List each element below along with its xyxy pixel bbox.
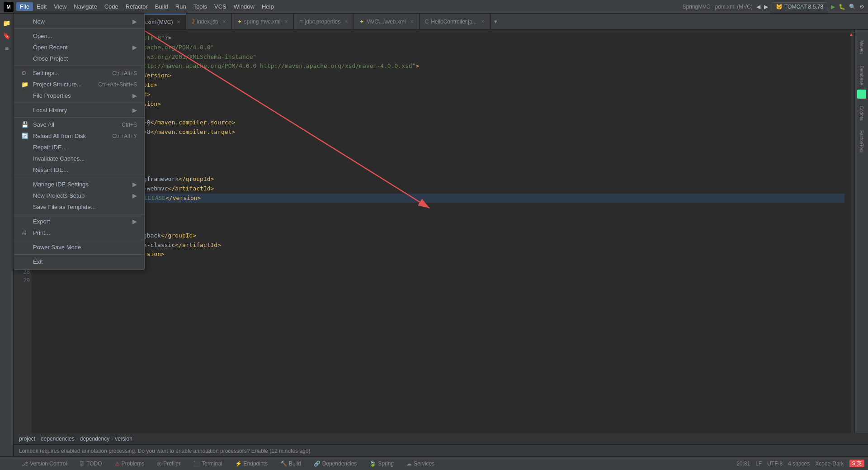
menu-help[interactable]: Help: [258, 2, 278, 11]
debug-icon[interactable]: 🐛: [839, 4, 845, 10]
menu-view[interactable]: View: [50, 2, 70, 11]
nav-back-icon[interactable]: ◀: [756, 4, 760, 10]
menu-file[interactable]: File: [16, 2, 33, 11]
menu-code[interactable]: Code: [101, 2, 122, 11]
nav-forward-icon[interactable]: ▶: [764, 4, 768, 10]
menu-run[interactable]: Run: [172, 2, 190, 11]
menu-build[interactable]: Build: [151, 2, 172, 11]
app-logo: M: [4, 2, 14, 12]
tomcat-badge[interactable]: 🐱 TOMCAT 8.5.78: [772, 2, 827, 11]
menu-navigate[interactable]: Navigate: [70, 2, 100, 11]
tomcat-icon: 🐱: [776, 4, 783, 10]
menu-window[interactable]: Window: [230, 2, 258, 11]
menu-refactor[interactable]: Refactor: [122, 2, 151, 11]
tomcat-version: TOMCAT 8.5.78: [784, 4, 823, 10]
menu-vcs[interactable]: VCS: [211, 2, 230, 11]
menu-bar-right: SpringMVC - pom.xml (MVC) ◀ ▶ 🐱 TOMCAT 8…: [683, 2, 864, 11]
menu-tools[interactable]: Tools: [190, 2, 211, 11]
menu-bar: M File Edit View Navigate Code Refactor …: [0, 0, 868, 14]
run-icon[interactable]: ▶: [831, 4, 835, 10]
settings-icon[interactable]: ⚙: [859, 4, 864, 10]
search-icon[interactable]: 🔍: [849, 4, 856, 10]
project-title: SpringMVC - pom.xml (MVC): [683, 4, 753, 10]
menu-edit[interactable]: Edit: [33, 2, 50, 11]
